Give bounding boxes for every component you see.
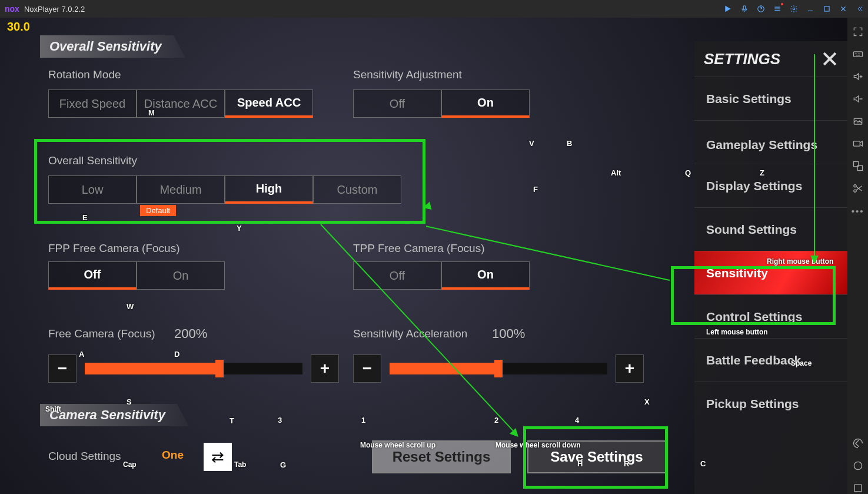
settings-gear-icon[interactable] (789, 4, 799, 14)
rotation-speed-acc[interactable]: Speed ACC (225, 89, 313, 118)
svg-point-2 (793, 8, 795, 10)
sensaccel-value: 100% (492, 326, 525, 342)
key-x: X (644, 397, 650, 406)
minimize-icon[interactable] (806, 4, 815, 14)
maximize-icon[interactable] (822, 4, 832, 14)
record-icon[interactable] (852, 138, 864, 150)
overall-sens-high[interactable]: High (225, 175, 313, 204)
svg-rect-6 (853, 141, 860, 146)
key-s: S (127, 397, 132, 406)
app-logo: nox (5, 4, 19, 14)
key-t: T (230, 416, 234, 425)
settings-side-panel: SETTINGS Basic Settings Gameplay Setting… (694, 41, 847, 494)
scissors-icon[interactable] (852, 183, 864, 194)
settings-header-label: SETTINGS (704, 50, 780, 68)
svg-rect-12 (854, 485, 862, 492)
key-e: E (82, 213, 88, 222)
keyboard-icon[interactable] (852, 48, 864, 60)
key-z: Z (760, 168, 764, 177)
cloud-swap-button[interactable] (204, 443, 232, 471)
key-mwu: Mouse wheel scroll up (360, 441, 435, 449)
key-rmb: Right mouse button (767, 257, 833, 266)
svg-rect-4 (853, 52, 862, 57)
tpp-on[interactable]: On (441, 261, 530, 290)
freecam-slider[interactable] (85, 363, 302, 374)
key-f: F (533, 185, 538, 194)
key-c: C (700, 459, 706, 468)
volume-up-icon[interactable] (852, 71, 864, 82)
key-lmb: Left mouse button (706, 328, 768, 336)
sens-adj-label: Sensitivity Adjustment (353, 68, 462, 81)
mic-icon[interactable] (740, 4, 749, 14)
cloud-settings-label: Cloud Settings (48, 450, 121, 463)
fpp-on[interactable]: On (137, 261, 225, 290)
overall-sens-low[interactable]: Low (48, 175, 137, 204)
default-badge: Default (140, 205, 176, 216)
volume-down-icon[interactable] (852, 93, 864, 105)
key-h: H (577, 459, 583, 468)
svg-rect-3 (824, 6, 829, 11)
play-store-icon[interactable] (723, 4, 733, 14)
key-v: V (529, 139, 534, 148)
key-g: G (280, 460, 286, 469)
game-area: 30.0 Overall Sensitivity Rotation Mode F… (0, 18, 847, 494)
svg-point-11 (854, 462, 862, 469)
home-icon[interactable] (852, 460, 864, 472)
settings-item-display[interactable]: Display Settings (694, 164, 847, 207)
settings-header: SETTINGS (694, 41, 847, 77)
overall-sens-custom[interactable]: Custom (313, 175, 401, 204)
settings-item-basic[interactable]: Basic Settings (694, 77, 847, 120)
more-icon[interactable]: ••• (852, 205, 864, 217)
key-cap: Cap (123, 460, 137, 469)
settings-item-battle[interactable]: Battle Feedback (694, 338, 847, 382)
key-y: Y (237, 224, 242, 233)
key-3: 3 (278, 416, 282, 425)
cloud-settings-value: One (162, 449, 184, 462)
key-m: M (148, 108, 155, 117)
tpp-label: TPP Free Camera (Focus) (353, 242, 484, 255)
settings-item-sound[interactable]: Sound Settings (694, 207, 847, 251)
titlebar-actions (723, 4, 864, 14)
sensaccel-plus-button[interactable]: + (616, 354, 644, 383)
sensaccel-slider[interactable] (390, 363, 607, 374)
tpp-off[interactable]: Off (353, 261, 441, 290)
rotation-mode-label: Rotation Mode (48, 68, 121, 81)
key-1: 1 (361, 416, 365, 425)
rotation-fixed-speed[interactable]: Fixed Speed (48, 89, 137, 118)
sens-adj-on[interactable]: On (441, 89, 530, 118)
sensaccel-label: Sensitivity Acceleration (353, 327, 467, 340)
key-r: R (624, 459, 629, 468)
annotation-arrow-1 (422, 202, 432, 212)
annotation-arrow-2 (510, 428, 521, 440)
recent-apps-icon[interactable] (852, 482, 864, 494)
key-alt: Alt (611, 168, 621, 177)
section-header-overall: Overall Sensitivity (40, 35, 185, 58)
fpp-off[interactable]: Off (48, 261, 137, 290)
help-icon[interactable] (756, 4, 766, 14)
settings-item-pickup[interactable]: Pickup Settings (694, 382, 847, 425)
nox-side-toolbar: ••• (847, 18, 868, 494)
sensaccel-minus-button[interactable]: − (353, 354, 381, 383)
key-w: W (127, 302, 134, 311)
back-icon[interactable] (852, 437, 864, 449)
close-window-icon[interactable] (839, 4, 848, 14)
key-shift: Shift (45, 405, 61, 413)
overall-sens-label: Overall Sensitivity (48, 154, 137, 167)
settings-item-gameplay[interactable]: Gameplay Settings (694, 120, 847, 164)
menu-icon[interactable] (773, 4, 782, 14)
freecam-label: Free Camera (Focus) (48, 327, 155, 340)
key-tab: Tab (234, 460, 246, 469)
sens-adj-off[interactable]: Off (353, 89, 441, 118)
fps-counter: 30.0 (7, 20, 30, 34)
fullscreen-icon[interactable] (852, 26, 864, 38)
close-icon[interactable] (819, 48, 840, 69)
overall-sens-med[interactable]: Medium (137, 175, 225, 204)
key-space: Space (791, 359, 812, 367)
freecam-minus-button[interactable]: − (48, 354, 77, 383)
collapse-icon[interactable] (855, 4, 864, 14)
screenshot-icon[interactable] (852, 115, 864, 127)
app-title: NoxPlayer 7.0.2.2 (24, 5, 85, 14)
section-header-camera: Camera Sensitivity (40, 404, 189, 426)
multi-instance-icon[interactable] (852, 160, 864, 172)
freecam-plus-button[interactable]: + (311, 354, 339, 383)
